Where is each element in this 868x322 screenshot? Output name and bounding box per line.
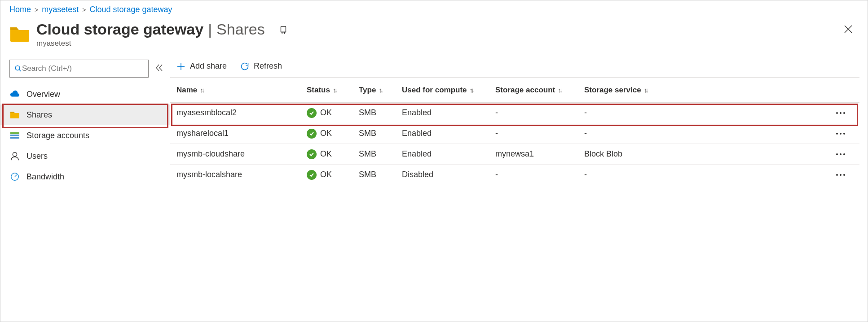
- svg-rect-0: [281, 26, 286, 32]
- svg-point-12: [836, 112, 838, 114]
- storage-icon: [9, 130, 20, 141]
- sort-icon: ↑↓: [200, 86, 203, 94]
- more-icon: [836, 132, 846, 135]
- row-more-button[interactable]: [828, 132, 853, 135]
- col-storage-service[interactable]: Storage service↑↓: [584, 86, 828, 95]
- cell-name: mysmb-cloudshare: [176, 149, 307, 159]
- row-more-button[interactable]: [828, 174, 853, 176]
- svg-point-13: [840, 112, 842, 114]
- folder-icon: [9, 109, 20, 120]
- col-type[interactable]: Type↑↓: [359, 86, 402, 95]
- add-share-button[interactable]: Add share: [176, 61, 227, 71]
- breadcrumb-separator-icon: >: [35, 6, 38, 13]
- close-button[interactable]: [842, 22, 855, 36]
- cell-storage-service: -: [584, 108, 828, 117]
- button-label: Refresh: [254, 61, 282, 71]
- more-icon: [836, 112, 846, 114]
- sidebar-item-label: Storage accounts: [26, 131, 89, 140]
- row-more-button[interactable]: [828, 153, 853, 156]
- cell-name: mysmb-localshare: [176, 170, 307, 179]
- user-icon: [9, 151, 20, 161]
- cell-name: mysharelocal1: [176, 129, 307, 138]
- svg-point-22: [840, 174, 842, 176]
- ok-check-icon: [307, 170, 317, 180]
- ok-check-icon: [307, 149, 317, 159]
- sidebar-item-label: Shares: [26, 110, 52, 120]
- table-row[interactable]: mysmb-cloudshareOKSMBEnabledmynewsa1Bloc…: [170, 144, 859, 165]
- refresh-icon: [240, 62, 249, 71]
- svg-point-3: [15, 66, 20, 70]
- col-status[interactable]: Status↑↓: [307, 86, 359, 95]
- col-label: Status: [307, 86, 330, 95]
- cell-storage-account: -: [495, 129, 584, 138]
- breadcrumb-separator-icon: >: [82, 6, 86, 13]
- refresh-button[interactable]: Refresh: [240, 61, 282, 71]
- page-header: Cloud storage gateway | Shares myasetest: [0, 18, 868, 60]
- more-icon: [836, 174, 846, 176]
- sidebar-item-bandwidth[interactable]: Bandwidth: [0, 166, 170, 187]
- col-label: Storage account: [495, 86, 555, 95]
- cell-storage-service: -: [584, 170, 828, 179]
- cell-name: myasesmblocal2: [176, 108, 307, 117]
- col-name[interactable]: Name↑↓: [176, 86, 307, 95]
- col-label: Type: [359, 86, 376, 95]
- sidebar-item-storage-accounts[interactable]: Storage accounts: [0, 125, 170, 146]
- svg-point-21: [836, 174, 838, 176]
- cell-type: SMB: [359, 108, 402, 117]
- sidebar-item-label: Overview: [26, 90, 60, 99]
- gauge-icon: [9, 171, 20, 182]
- svg-point-19: [840, 153, 842, 155]
- cell-status: OK: [307, 149, 359, 159]
- title-secondary: Shares: [216, 21, 265, 38]
- cell-type: SMB: [359, 149, 402, 159]
- svg-point-18: [836, 153, 838, 155]
- cell-compute: Enabled: [402, 129, 495, 138]
- col-storage-account[interactable]: Storage account↑↓: [495, 86, 584, 95]
- page-title: Cloud storage gateway | Shares: [36, 21, 265, 38]
- col-label: Used for compute: [402, 86, 467, 95]
- sidebar-item-label: Bandwidth: [26, 172, 64, 182]
- sidebar-item-overview[interactable]: Overview: [0, 84, 170, 104]
- sidebar-item-shares[interactable]: Shares: [0, 104, 170, 125]
- col-compute[interactable]: Used for compute↑↓: [402, 86, 495, 95]
- svg-point-14: [843, 112, 845, 114]
- table-row[interactable]: myasesmblocal2OKSMBEnabled--: [170, 103, 859, 123]
- search-input[interactable]: [9, 60, 149, 78]
- svg-point-8: [13, 152, 17, 157]
- sidebar-item-users[interactable]: Users: [0, 146, 170, 166]
- cell-status: OK: [307, 170, 359, 180]
- cell-status: OK: [307, 129, 359, 139]
- search-field[interactable]: [22, 64, 144, 73]
- table-header-row: Name↑↓ Status↑↓ Type↑↓ Used for compute↑…: [170, 78, 859, 103]
- cell-type: SMB: [359, 170, 402, 179]
- breadcrumb: Home > myasetest > Cloud storage gateway: [0, 0, 868, 18]
- svg-point-17: [843, 133, 845, 135]
- cell-status: OK: [307, 108, 359, 118]
- svg-point-16: [840, 133, 842, 135]
- svg-rect-5: [10, 132, 19, 134]
- breadcrumb-resource[interactable]: myasetest: [42, 5, 79, 14]
- row-more-button[interactable]: [828, 112, 853, 114]
- svg-point-15: [836, 133, 838, 135]
- cell-storage-account: -: [495, 108, 584, 117]
- sort-icon: ↑↓: [470, 86, 473, 94]
- sort-icon: ↑↓: [558, 86, 561, 94]
- button-label: Add share: [190, 61, 227, 71]
- sidebar-nav: Overview Shares Storage accounts Users: [0, 84, 170, 187]
- svg-point-23: [843, 174, 845, 176]
- cell-compute: Disabled: [402, 170, 495, 179]
- breadcrumb-section[interactable]: Cloud storage gateway: [89, 5, 172, 14]
- cell-storage-service: -: [584, 129, 828, 138]
- cell-storage-account: -: [495, 170, 584, 179]
- cell-compute: Enabled: [402, 149, 495, 159]
- collapse-sidebar-button[interactable]: [153, 62, 165, 76]
- table-row[interactable]: mysmb-localshareOKSMBDisabled--: [170, 165, 859, 185]
- shares-table: Name↑↓ Status↑↓ Type↑↓ Used for compute↑…: [170, 78, 859, 185]
- table-row[interactable]: mysharelocal1OKSMBEnabled--: [170, 123, 859, 144]
- ok-check-icon: [307, 129, 317, 139]
- pin-icon[interactable]: [278, 25, 288, 37]
- toolbar: Add share Refresh: [170, 60, 859, 78]
- svg-line-4: [19, 70, 21, 71]
- breadcrumb-home[interactable]: Home: [9, 5, 31, 14]
- ok-check-icon: [307, 108, 317, 118]
